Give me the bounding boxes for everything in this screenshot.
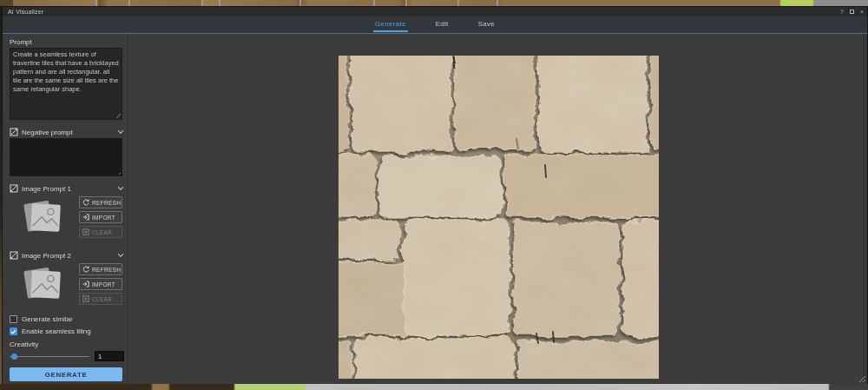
chevron-down-icon[interactable] [117, 186, 124, 191]
refresh-label: REFRESH [92, 200, 121, 206]
negative-prompt-icon [10, 128, 18, 136]
import-icon [82, 214, 89, 221]
image-placeholder-icon[interactable] [18, 263, 68, 307]
float-button[interactable] [850, 9, 854, 15]
background-slat [373, 0, 375, 6]
refresh-label: REFRESH [92, 267, 121, 273]
ai-visualizer-dialog: AI Visualizer ? × Generate Edit Save Pro… [2, 6, 868, 384]
seamless-tiling-checkbox[interactable]: Enable seamless tiling [10, 327, 124, 335]
clear-button[interactable]: CLEAR [79, 226, 122, 238]
creativity-value-input[interactable]: 1 [95, 351, 124, 361]
preview-area [128, 34, 867, 384]
refresh-icon [82, 199, 89, 206]
checkbox-checked-icon [10, 327, 17, 335]
negative-prompt-input[interactable] [10, 138, 122, 176]
prompt-label: Prompt [10, 38, 123, 46]
generate-similar-label: Generate similar [22, 315, 73, 323]
textarea-resize-grip[interactable] [116, 114, 121, 118]
creativity-slider[interactable] [10, 353, 89, 360]
background-slat [496, 0, 498, 6]
generate-settings-panel: Prompt Create a seamless texture of trav… [3, 34, 128, 384]
image-placeholder-icon[interactable] [18, 196, 68, 240]
image-prompt-icon [10, 251, 18, 260]
background-app-bottom-strip [0, 384, 868, 390]
tab-edit[interactable]: Edit [434, 19, 450, 30]
generate-similar-checkbox[interactable]: Generate similar [10, 315, 124, 323]
clear-button[interactable]: CLEAR [79, 293, 122, 305]
clear-label: CLEAR [92, 296, 112, 302]
image-prompt-2-label: Image Prompt 2 [22, 252, 71, 260]
window-controls: ? × [840, 7, 864, 17]
vertical-scrollbar[interactable] [863, 34, 867, 384]
negative-prompt-label: Negative prompt [22, 129, 73, 136]
image-prompt-2-content: REFRESH IMPORT CLEAR [10, 263, 124, 307]
float-icon [850, 10, 854, 14]
close-button[interactable]: × [860, 9, 864, 15]
import-label: IMPORT [92, 281, 115, 288]
generated-texture-preview [339, 56, 659, 379]
background-slat [128, 0, 130, 6]
screen: AI Visualizer ? × Generate Edit Save Pro… [0, 0, 868, 390]
tab-generate[interactable]: Generate [373, 19, 408, 32]
chevron-down-icon[interactable] [117, 129, 124, 135]
clear-icon [82, 295, 89, 302]
refresh-button[interactable]: REFRESH [79, 196, 122, 208]
negative-prompt-header[interactable]: Negative prompt [10, 128, 124, 136]
background-slat [201, 0, 203, 6]
background-slat [219, 0, 220, 6]
image-prompt-1-header[interactable]: Image Prompt 1 [10, 184, 124, 193]
import-icon [82, 281, 89, 288]
generate-button[interactable]: GENERATE [10, 367, 122, 381]
background-slat [457, 0, 459, 6]
window-resize-grip[interactable] [858, 375, 865, 382]
textarea-resize-grip[interactable] [116, 170, 121, 175]
slider-handle[interactable] [11, 354, 17, 360]
background-app-top-strip [0, 0, 868, 6]
clear-label: CLEAR [92, 229, 112, 235]
background-slat [299, 0, 301, 6]
image-prompt-2-header[interactable]: Image Prompt 2 [10, 251, 124, 260]
import-label: IMPORT [92, 215, 115, 221]
refresh-button[interactable]: REFRESH [79, 263, 122, 275]
tab-save[interactable]: Save [477, 19, 496, 30]
checkbox-unchecked-icon [10, 315, 17, 323]
background-slat [95, 0, 97, 6]
title-bar[interactable]: AI Visualizer ? × [3, 7, 867, 17]
clear-icon [82, 228, 89, 235]
help-button[interactable]: ? [840, 9, 844, 15]
window-title: AI Visualizer [3, 9, 43, 15]
image-prompt-icon [10, 184, 18, 193]
import-button[interactable]: IMPORT [79, 211, 122, 223]
chevron-down-icon[interactable] [117, 253, 124, 258]
image-prompt-1-content: REFRESH IMPORT CLEAR [10, 196, 124, 240]
creativity-label: Creativity [10, 340, 123, 348]
seamless-tiling-label: Enable seamless tiling [22, 327, 91, 335]
prompt-input[interactable]: Create a seamless texture of travertine … [10, 48, 122, 120]
refresh-icon [82, 266, 89, 273]
background-slat [405, 0, 407, 6]
tabs: Generate Edit Save [3, 17, 867, 33]
image-prompt-1-label: Image Prompt 1 [22, 185, 71, 193]
tab-strip: Generate Edit Save [3, 17, 867, 34]
import-button[interactable]: IMPORT [79, 278, 122, 290]
slider-track[interactable] [10, 356, 89, 358]
